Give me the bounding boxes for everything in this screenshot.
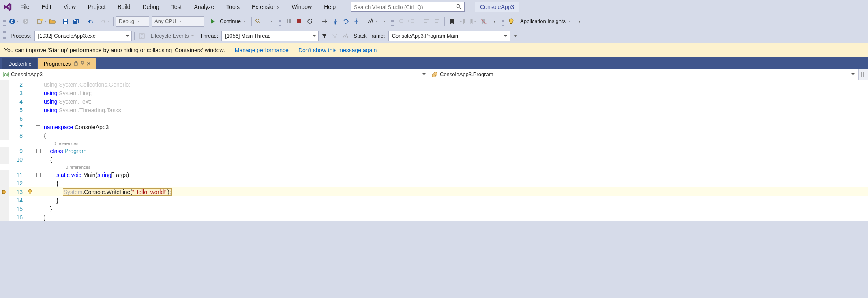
class-nav-combo[interactable]: ConsoleApp3.Program [429,69,858,80]
next-bookmark-button[interactable] [468,16,478,27]
break-all-button[interactable] [284,16,294,27]
line-number: 14 [9,197,27,204]
save-button[interactable] [61,16,71,27]
code-editor[interactable]: 2 using System.Collections.Generic; 3 us… [0,80,868,221]
menu-project[interactable]: Project [83,2,111,12]
menu-debug[interactable]: Debug [138,2,164,12]
stackframe-combo[interactable]: ConsoleApp3.Program.Main [388,31,510,41]
bookmark-button[interactable] [447,16,457,27]
open-file-button[interactable] [48,16,60,27]
svg-rect-20 [74,63,77,65]
menu-file[interactable]: File [15,2,34,12]
tab-label: Program.cs [44,61,71,67]
application-insights-button[interactable]: Application Insights [517,16,574,27]
line-number: 11 [9,172,27,178]
search-icon [456,4,462,10]
menu-extensions[interactable]: Extensions [247,2,284,12]
close-icon[interactable] [87,61,91,67]
separator [364,17,364,26]
nav-back-button[interactable] [8,16,20,27]
show-threads-button[interactable] [341,31,350,41]
quick-launch-search[interactable] [351,2,465,12]
menu-edit[interactable]: Edit [37,2,56,12]
project-nav-combo[interactable]: C# ConsoleApp3 [0,69,429,80]
fold-toggle[interactable]: − [36,149,41,153]
class-icon [432,72,437,77]
fold-toggle[interactable]: − [36,125,40,129]
undo-button[interactable] [86,16,98,27]
separator [113,17,114,26]
toolbar-overflow[interactable]: ▾ [267,16,276,27]
infobar-message: You can improve 'Startup' performance by… [4,47,225,53]
decrease-indent-button[interactable] [396,16,406,27]
code-line: { [41,156,52,163]
show-next-statement-button[interactable] [320,16,330,27]
lifecycle-events-button[interactable]: Lifecycle Events [148,31,197,41]
codelens-references[interactable]: 0 references [0,140,868,147]
toolbar-grip[interactable] [3,17,6,26]
menu-help[interactable]: Help [319,2,341,12]
search-input[interactable] [354,4,456,10]
toolbar-grip[interactable] [391,17,394,26]
svg-point-9 [256,19,259,22]
line-number: 6 [9,115,27,122]
menu-view[interactable]: View [59,2,81,12]
fold-toggle[interactable]: − [36,173,41,177]
solution-platform-combo[interactable]: Any CPU [152,16,204,27]
menu-window[interactable]: Window [287,2,317,12]
toolbar-overflow[interactable]: ▾ [511,31,521,41]
comment-button[interactable] [422,16,431,27]
toolbar-overflow[interactable]: ▾ [574,16,584,27]
codelens-references[interactable]: 0 references [0,164,868,170]
lifecycle-events-icon [137,31,147,41]
flag-thread-button[interactable] [330,31,340,41]
split-view-button[interactable] [858,69,868,80]
save-all-button[interactable] [71,16,81,27]
code-line: } [41,214,46,221]
tab-program-cs[interactable]: Program.cs [38,58,96,69]
solution-config-combo[interactable]: Debug [116,16,149,27]
clear-bookmarks-button[interactable] [479,16,489,27]
svg-rect-18 [510,23,512,24]
tab-dockerfile[interactable]: Dockerfile [2,58,37,69]
thread-filter-button[interactable] [319,31,329,41]
separator [33,17,33,26]
insights-bulb-icon [506,16,516,27]
code-line: class Program [41,148,86,154]
svg-rect-8 [74,20,76,21]
manage-performance-link[interactable]: Manage performance [235,47,289,53]
menu-analyze[interactable]: Analyze [189,2,219,12]
menu-test[interactable]: Test [167,2,187,12]
redo-button[interactable] [99,16,111,27]
toolbar-grip[interactable] [3,31,6,41]
menu-bar: File Edit View Project Build Debug Test … [0,0,868,14]
step-over-button[interactable] [341,16,351,27]
continue-button[interactable]: Continue [208,16,249,27]
menu-build[interactable]: Build [113,2,135,12]
continue-label: Continue [220,18,241,24]
lightbulb-icon[interactable] [27,187,33,196]
stackframe-label: Stack Frame: [351,33,387,39]
restart-button[interactable] [305,16,315,27]
thread-combo[interactable]: [1056] Main Thread [221,31,319,41]
nav-forward-button[interactable] [21,16,30,27]
intellitrace-button[interactable] [366,16,378,27]
step-out-button[interactable] [351,16,361,27]
toolbar-grip[interactable] [502,17,504,26]
menu-tools[interactable]: Tools [221,2,244,12]
stop-debug-button[interactable] [294,16,304,27]
toolbar-grip[interactable] [279,17,281,26]
pin-icon[interactable] [80,61,84,67]
step-into-button[interactable] [330,16,340,27]
process-combo[interactable]: [1032] ConsoleApp3.exe [34,31,132,41]
increase-indent-button[interactable] [407,16,416,27]
solution-name-label: ConsoleApp3 [475,2,519,12]
find-in-files-button[interactable] [254,16,266,27]
prev-bookmark-button[interactable] [458,16,467,27]
new-project-button[interactable] [36,16,47,27]
toolbar-overflow[interactable]: ▾ [379,16,389,27]
toolbar-overflow[interactable]: ▾ [489,16,499,27]
lock-icon [74,61,78,67]
dismiss-infobar-link[interactable]: Don't show this message again [298,47,377,53]
uncomment-button[interactable] [432,16,442,27]
